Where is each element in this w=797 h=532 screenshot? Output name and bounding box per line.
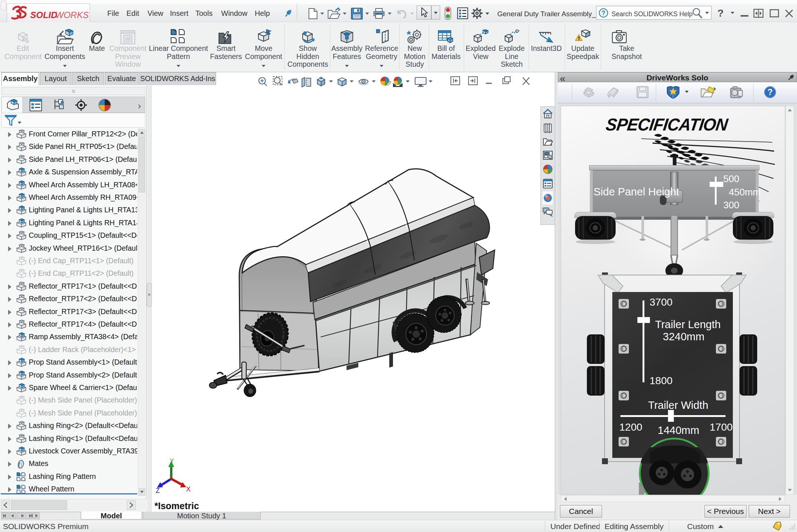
svg-text:SOLID: SOLID xyxy=(30,10,57,20)
svg-text:?: ? xyxy=(768,87,773,97)
svg-text:?: ? xyxy=(602,10,605,17)
svg-text:Y: Y xyxy=(170,458,174,464)
svg-text:Z: Z xyxy=(156,487,160,494)
svg-text:WORKS: WORKS xyxy=(55,10,89,20)
svg-text:X: X xyxy=(186,486,191,493)
